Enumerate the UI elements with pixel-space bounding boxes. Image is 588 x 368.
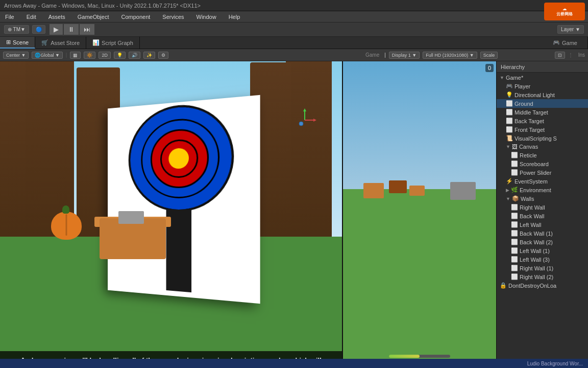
hier-right-wall[interactable]: ⬜ Right Wall — [497, 203, 588, 212]
light-toggle[interactable]: 💡 — [114, 52, 126, 59]
ring-gold — [168, 148, 189, 169]
layer-dropdown[interactable]: Layer ▼ — [557, 25, 584, 34]
ring-blue — [141, 116, 219, 198]
pivot-toggle[interactable]: 🔵 — [32, 25, 45, 34]
pause-button[interactable]: ⏸ — [64, 24, 79, 35]
hier-dir-light[interactable]: 💡 Directional Light — [497, 90, 588, 99]
game-canvas: 0 Power — [343, 61, 496, 368]
pumpkin — [51, 212, 82, 240]
unity-logo-btn[interactable]: ☁云桥网络 — [544, 3, 585, 20]
tab-game[interactable]: 🎮 Game — [547, 37, 588, 49]
ludio-label: Ludio Background Wor... — [527, 361, 583, 366]
wooden-stand-obj — [118, 211, 144, 224]
hier-power-slider[interactable]: ⬜ Power Slider — [497, 168, 588, 177]
menu-gameobject[interactable]: GameObject — [76, 13, 111, 21]
pumpkin-line — [66, 214, 67, 236]
svg-marker-3 — [313, 119, 316, 122]
menu-bar: File Edit Assets GameObject Component Se… — [0, 11, 588, 22]
scale-control[interactable]: Scale — [480, 52, 498, 59]
hier-player[interactable]: 🎮 Player — [497, 82, 588, 90]
wooden-stand — [100, 218, 166, 259]
menu-edit[interactable]: Edit — [24, 13, 38, 21]
score-badge: 0 — [485, 64, 494, 72]
hier-scoreboard[interactable]: ⬜ Scoreboard — [497, 159, 588, 168]
menu-services[interactable]: Services — [160, 13, 186, 21]
hier-ground[interactable]: ⬜ Ground — [497, 99, 588, 108]
scene-view[interactable]: And once again, we'll be handling all of… — [0, 61, 343, 368]
view-toolbar: Center ▼ 🌐Global ▼ | ▦ 🔆 2D 💡 🔊 ✨ ⚙ Game… — [0, 49, 588, 61]
play-controls: ▶ ⏸ ⏭ — [48, 24, 94, 35]
game-scene-objects — [348, 173, 491, 224]
menu-file[interactable]: File — [3, 13, 16, 21]
step-button[interactable]: ⏭ — [80, 24, 94, 35]
hier-back-target[interactable]: ⬜ Back Target — [497, 117, 588, 125]
views-container: And once again, we'll be handling all of… — [0, 61, 496, 368]
hier-left-wall-1[interactable]: ⬜ Left Wall (1) — [497, 246, 588, 255]
menu-window[interactable]: Window — [194, 13, 218, 21]
hier-event-system[interactable]: ⚡ EventSystem — [497, 177, 588, 186]
global-toggle[interactable]: 🌐Global ▼ — [32, 52, 62, 59]
svg-marker-1 — [303, 108, 306, 111]
arrow-icon: ▼ — [500, 75, 504, 80]
audio-toggle[interactable]: 🔊 — [129, 52, 140, 59]
title-text: Arrows Away - Game - Windows, Mac, Linux… — [4, 3, 201, 9]
center-toggle[interactable]: Center ▼ — [3, 52, 29, 59]
svg-point-4 — [299, 122, 303, 126]
right-wall-label: Right Wall — [520, 204, 545, 211]
display-dropdown[interactable]: Display 1 ▼ — [389, 52, 420, 59]
menu-component[interactable]: Component — [119, 13, 152, 21]
game-view[interactable]: 0 Power — [343, 61, 496, 368]
hier-left-wall-3[interactable]: ⬜ Left Wall (3) — [497, 255, 588, 264]
hier-dont-destroy[interactable]: 🔒 DontDestroyOnLoa — [497, 281, 588, 290]
tree-4 — [286, 61, 332, 246]
tab-asset-store[interactable]: 🛒 Asset Store — [35, 37, 86, 49]
scene-canvas: And once again, we'll be handling all of… — [0, 61, 342, 368]
hier-visual-script[interactable]: 📜 VisualScripting S — [497, 134, 588, 143]
gizmos-toggle[interactable]: ⚙ — [158, 52, 168, 59]
hier-back-wall[interactable]: ⬜ Back Wall — [497, 212, 588, 220]
tab-scene[interactable]: ⊞ Scene — [0, 37, 35, 49]
play-button[interactable]: ▶ — [50, 24, 63, 35]
hier-canvas[interactable]: ▼ 🖼 Canvas — [497, 143, 588, 151]
hier-right-wall-1[interactable]: ⬜ Right Wall (1) — [497, 264, 588, 272]
move-gizmo — [292, 107, 317, 133]
render-mode[interactable]: 🔆 — [84, 52, 95, 59]
hier-front-target[interactable]: ⬜ Front Target — [497, 125, 588, 134]
hier-walls[interactable]: ▼ 📦 Walls — [497, 194, 588, 203]
mode-2d[interactable]: 2D — [99, 52, 111, 59]
hier-middle-target[interactable]: ⬜ Middle Target — [497, 108, 588, 117]
hier-environment[interactable]: ▶ 🌿 Environment — [497, 186, 588, 194]
hierarchy-scene-root[interactable]: ▼ Game* — [497, 74, 588, 82]
tab-script-graph[interactable]: 📊 Script Graph — [86, 37, 140, 49]
hierarchy-panel: Hierarchy ▼ Game* 🎮 Player 💡 Directional… — [496, 61, 588, 368]
grid-toggle[interactable]: ▦ — [70, 52, 81, 59]
hier-right-wall-2[interactable]: ⬜ Right Wall (2) — [497, 272, 588, 281]
hierarchy-content[interactable]: ▼ Game* 🎮 Player 💡 Directional Light ⬜ G… — [497, 73, 588, 368]
ludio-bar: Ludio Background Wor... — [0, 359, 588, 368]
archery-target — [130, 103, 231, 210]
target-board — [108, 95, 260, 304]
main-area: And once again, we'll be handling all of… — [0, 61, 588, 368]
ring-red-outer — [151, 127, 209, 188]
transform-tool[interactable]: ⊕ TM▼ — [4, 25, 29, 34]
maximize-game[interactable]: ⊡ — [555, 52, 565, 59]
ground-label: Ground — [514, 101, 533, 107]
hierarchy-label: Hierarchy — [501, 64, 525, 70]
hier-left-wall[interactable]: ⬜ Left Wall — [497, 220, 588, 229]
menu-assets[interactable]: Assets — [46, 13, 67, 21]
left-panel: And once again, we'll be handling all of… — [0, 61, 496, 368]
hierarchy-header: Hierarchy — [497, 61, 588, 73]
title-bar: Arrows Away - Game - Windows, Mac, Linux… — [0, 0, 588, 11]
game-sky — [343, 61, 496, 189]
main-toolbar: ⊕ TM▼ 🔵 ▶ ⏸ ⏭ Layer ▼ — [0, 22, 588, 37]
resolution-dropdown[interactable]: Full HD (1920x1080) ▼ — [423, 52, 477, 59]
hier-back-wall-2[interactable]: ⬜ Back Wall (2) — [497, 238, 588, 246]
effects-toggle[interactable]: ✨ — [143, 52, 155, 59]
hier-back-wall-1[interactable]: ⬜ Back Wall (1) — [497, 229, 588, 238]
hier-reticle[interactable]: ⬜ Reticle — [497, 151, 588, 159]
power-bar-fill — [389, 355, 420, 358]
tab-row: ⊞ Scene 🛒 Asset Store 📊 Script Graph 🎮 G… — [0, 37, 588, 49]
power-bar-track — [389, 355, 450, 358]
ring-red-inner — [160, 138, 198, 178]
menu-help[interactable]: Help — [227, 13, 242, 21]
